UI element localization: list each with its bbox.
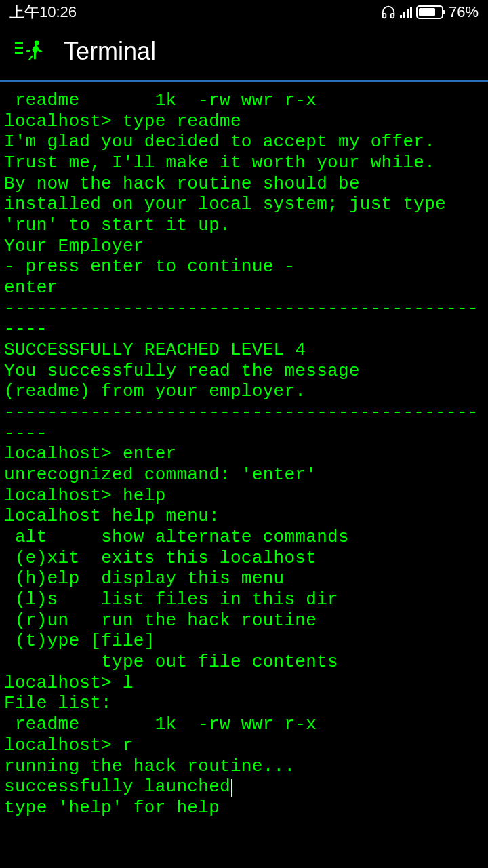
terminal-line: ----------------------------------------… [4,298,488,319]
terminal-output[interactable]: readme 1k -rw wwr r-xlocalhost> type rea… [0,82,488,818]
terminal-line: By now the hack routine should be [4,174,488,195]
terminal-line: ---- [4,319,488,340]
signal-icon [400,6,412,18]
terminal-line: (r)un run the hack routine [4,610,488,631]
terminal-line: You successfully read the message [4,361,488,382]
terminal-line: ----------------------------------------… [4,402,488,423]
terminal-line: (h)elp display this menu [4,568,488,589]
status-time: 上午10:26 [9,2,77,22]
terminal-line: (l)s list files in this dir [4,589,488,610]
terminal-line: I'm glad you decided to accept my offer. [4,132,488,153]
svg-point-0 [35,40,39,45]
status-right: 76% [381,3,479,21]
terminal-line: localhost help menu: [4,506,488,527]
app-header: Terminal [0,24,488,82]
terminal-line: type 'help' for help [4,797,488,818]
app-icon [18,35,50,68]
battery-percentage: 76% [449,3,479,21]
terminal-line: localhost> type readme [4,111,488,132]
status-bar: 上午10:26 76% [0,0,488,24]
terminal-line: installed on your local system; just typ… [4,194,488,215]
terminal-line: alt show alternate commands [4,527,488,548]
terminal-line: type out file contents [4,652,488,673]
terminal-line: ---- [4,423,488,444]
terminal-line: unrecognized command: 'enter' [4,465,488,486]
runner-icon [22,36,45,68]
terminal-line: Trust me, I'll make it worth your while. [4,153,488,174]
terminal-line: running the hack routine... [4,756,488,777]
terminal-line: readme 1k -rw wwr r-x [4,90,488,111]
terminal-line: enter [4,277,488,298]
terminal-line: (readme) from your employer. [4,381,488,402]
terminal-line: (t)ype [file] [4,631,488,652]
terminal-line: localhost> l [4,673,488,694]
headphones-icon [381,5,396,20]
terminal-line: - press enter to continue - [4,256,488,277]
cursor [231,779,232,797]
terminal-line: localhost> r [4,735,488,756]
terminal-line: successfully launched [4,776,488,797]
terminal-line: SUCCESSFULLY REACHED LEVEL 4 [4,340,488,361]
terminal-line: localhost> enter [4,443,488,465]
status-icons [381,5,443,20]
terminal-line: readme 1k -rw wwr r-x [4,714,488,735]
terminal-line: (e)xit exits this localhost [4,548,488,569]
terminal-line: 'run' to start it up. [4,215,488,236]
app-title: Terminal [64,37,156,66]
battery-icon [416,5,443,19]
terminal-line: Your Employer [4,236,488,257]
terminal-line: File list: [4,693,488,714]
terminal-line: localhost> help [4,486,488,507]
